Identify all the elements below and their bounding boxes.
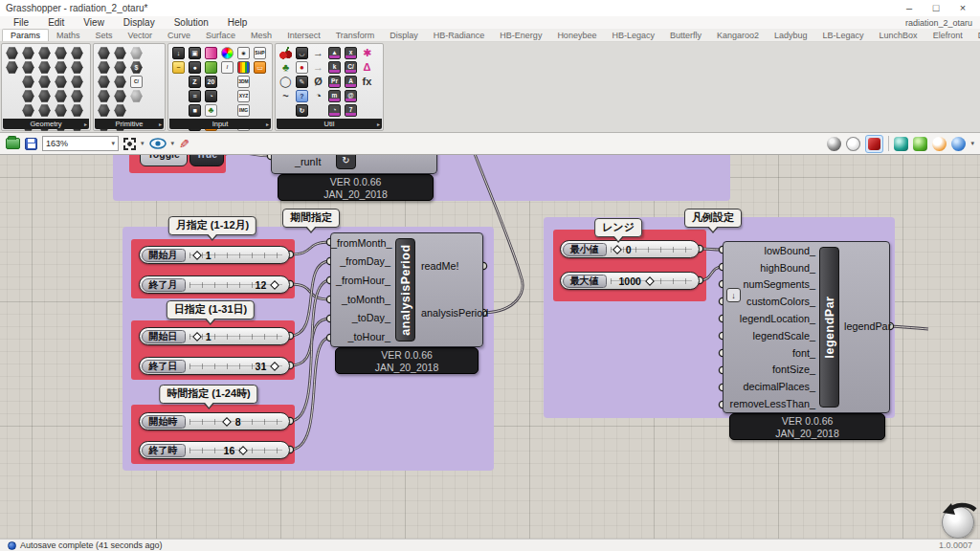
geometry-icon[interactable] [55,90,67,102]
panel-label-util[interactable]: Util [277,119,382,129]
component-name-bar[interactable]: analysisPeriod [395,238,415,342]
flask-icon[interactable]: Δ [361,61,373,74]
tab-honeybee[interactable]: Honeybee [549,30,604,41]
preview-eye-icon[interactable] [149,138,167,149]
text-icon[interactable]: A [345,76,357,88]
slider-start-month[interactable]: 開始月 1 [139,246,290,264]
clock-icon[interactable]: ◔ [205,90,217,102]
geometry-icon[interactable] [55,61,67,74]
flower-icon[interactable]: ✱ [361,47,373,59]
scribble-icon[interactable]: ~ [279,90,292,102]
primitive-icon[interactable]: C/ [130,76,143,88]
tab-lunchbox[interactable]: LunchBox [872,30,925,41]
relay-icon[interactable]: → [312,47,324,59]
geometry-icon[interactable] [38,90,51,102]
geometry-icon[interactable] [6,61,18,74]
tab-butterfly[interactable]: Butterfly [662,30,709,41]
primitive-icon[interactable] [114,104,126,117]
gear-icon[interactable]: @ [345,90,357,102]
geometry-icon[interactable] [22,104,34,117]
geometry-icon[interactable] [55,76,67,88]
panel-icon[interactable]: ≡ [189,90,201,102]
tab-hb-energy[interactable]: HB-Energy [492,30,549,41]
geometry-icon[interactable] [55,104,67,117]
preview-material-green-icon[interactable] [913,137,927,151]
fx-icon[interactable]: fx [361,76,373,88]
menu-item-solution[interactable]: Solution [165,17,218,28]
slider-max-value[interactable]: 最大値 1000 [560,272,700,290]
compass-icon[interactable]: ◔ [312,90,324,102]
tab-hb-radiance[interactable]: HB-Radiance [426,30,493,41]
expression-icon[interactable]: x [345,47,357,59]
zoom-level-select[interactable]: 163% ▾ [42,136,119,151]
canvas-compass[interactable] [942,506,974,539]
primitive-icon[interactable] [98,61,110,74]
runit-component[interactable]: _runIt ↻ [271,155,437,174]
primitive-icon[interactable] [114,90,126,102]
rhino-file-icon[interactable]: 3DM [237,76,250,88]
image-file-icon[interactable]: IMG [237,104,250,117]
recompute-icon[interactable]: ↻ [336,155,356,169]
slider-grip[interactable] [612,245,622,254]
shaded-preview-selected[interactable] [865,135,883,153]
import-icon[interactable]: ↓ [172,47,185,59]
slider-grip[interactable] [238,446,248,455]
gradient-bars-icon[interactable] [237,61,250,74]
preview-material-blue-icon[interactable] [951,137,966,151]
tag-hour[interactable]: 時間指定 (1-24時) [159,385,257,404]
tab-surface[interactable]: Surface [198,30,243,41]
primitive-icon[interactable] [98,104,110,117]
geometry-icon[interactable] [38,104,51,117]
tab-kangaroo2[interactable]: Kangaroo2 [709,30,767,41]
tab-mesh[interactable]: Mesh [243,30,279,41]
jump-arrow-icon[interactable]: → [312,61,324,74]
graph-icon[interactable]: / [221,61,234,74]
tab-display[interactable]: Display [382,30,426,41]
menu-item-help[interactable]: Help [218,17,257,28]
tree-icon[interactable]: ♣ [205,104,217,117]
button-icon[interactable]: ● [296,61,308,74]
geometry-icon[interactable] [22,61,34,74]
chevron-down-icon[interactable]: ▾ [171,140,175,147]
tab-sets[interactable]: Sets [88,30,121,41]
close-button[interactable]: × [949,0,976,15]
save-file-icon[interactable] [25,138,37,150]
zoom-extents-icon[interactable] [123,138,136,150]
chevron-down-icon[interactable]: ▾ [970,140,974,147]
boolean-toggle-label[interactable]: Toggle [140,155,188,166]
csharp-icon[interactable]: C/ [345,61,357,74]
data-icon[interactable]: ▣ [189,47,201,59]
slider-grip[interactable] [270,362,279,371]
grasshopper-canvas[interactable]: Toggle True VER 0.0.66 JAN_20_2018 _runI… [0,155,980,539]
proving-icon[interactable]: Pr [328,76,341,88]
tab-params[interactable]: Params [2,29,49,41]
tab-elefront[interactable]: Elefront [925,30,970,41]
panel-label-geometry[interactable]: Geometry [3,119,89,129]
boolean-toggle-value[interactable]: True [189,155,224,166]
primitive-icon[interactable] [98,47,110,59]
tab-maths[interactable]: Maths [49,30,88,41]
component-name-bar[interactable]: legendPar [819,247,839,408]
geometry-icon[interactable] [38,61,51,74]
slider-grip[interactable] [270,280,279,290]
tab-transform[interactable]: Transform [328,30,383,41]
primitive-icon[interactable] [98,90,110,102]
tab-dragonfly[interactable]: Dragonfly [970,30,980,41]
open-file-icon[interactable] [6,138,20,149]
slider-grip[interactable] [645,276,655,286]
primitive-icon[interactable] [114,76,126,88]
geometry-icon[interactable] [55,47,67,59]
slider-end-day[interactable]: 終了日 31 [139,357,290,375]
mesh-util-icon[interactable]: m [328,90,341,102]
tab-ladybug[interactable]: Ladybug [767,30,815,41]
wireframe-preview-icon[interactable] [846,137,860,151]
analysis-period-component[interactable]: _fromMonth_ _fromDay_ _fromHour_ _toMont… [330,232,483,347]
menu-item-display[interactable]: Display [114,17,165,28]
slider-grip[interactable] [222,417,232,427]
primitive-icon[interactable] [130,90,143,102]
help-icon[interactable]: ? [296,90,308,102]
primitive-icon[interactable] [114,61,126,74]
slider-grip[interactable] [192,251,202,260]
tab-vector[interactable]: Vector [121,30,161,41]
noise-icon[interactable] [205,61,217,74]
